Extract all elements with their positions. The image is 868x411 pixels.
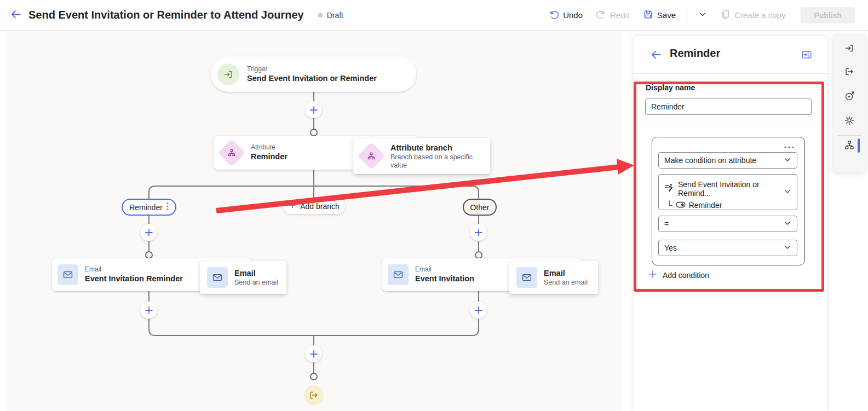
node-title: Reminder (251, 152, 288, 162)
add-node-button[interactable] (140, 224, 157, 241)
chevron-down-icon (783, 155, 792, 166)
condition-value: Yes (664, 244, 677, 252)
back-button[interactable] (7, 6, 25, 25)
tooltip-subtitle: Branch based on a specific value (390, 153, 490, 170)
save-icon (643, 9, 653, 21)
top-bar: Send Event Invitation or Reminder to Att… (0, 0, 868, 31)
status-label: Draft (327, 11, 343, 20)
trigger-node[interactable]: Trigger Send Event Invitation or Reminde… (211, 56, 416, 92)
panel-title: Reminder (670, 47, 720, 60)
sitemap-icon (844, 140, 855, 152)
more-options-button[interactable] (780, 142, 798, 150)
kebab-menu-icon[interactable] (166, 202, 169, 212)
attribute-diamond-icon (218, 139, 245, 166)
panel-header: Reminder (634, 36, 827, 74)
open-side-pane-button[interactable] (797, 49, 812, 62)
node-title: Event Invitation (415, 274, 474, 284)
journey-canvas[interactable]: Trigger Send Event Invitation or Reminde… (7, 32, 622, 411)
side-toolbar (833, 34, 866, 172)
add-node-button[interactable] (470, 302, 487, 319)
settings-tab-button[interactable] (844, 115, 855, 126)
add-node-button[interactable] (305, 345, 322, 362)
node-kind-label: Email (85, 265, 183, 274)
add-condition-button[interactable]: Add condition (645, 269, 712, 281)
publish-button[interactable]: Publish (801, 7, 855, 24)
tooltip-title: Email (234, 268, 278, 279)
chevron-down-icon (783, 187, 792, 198)
open-pane-icon (801, 49, 813, 62)
boolean-toggle-icon (676, 201, 686, 210)
goal-tab-button[interactable] (844, 91, 855, 102)
exit-tab-button[interactable] (844, 66, 855, 77)
properties-panel: Reminder Display name Make condition on … (634, 36, 827, 411)
panel-divider (634, 125, 827, 125)
back-arrow-icon (10, 8, 22, 22)
add-condition-label: Add condition (663, 271, 709, 280)
node-kind-label: Email (415, 265, 474, 274)
ellipsis-icon (784, 142, 795, 150)
save-button[interactable]: Save (639, 6, 680, 25)
condition-operator-dropdown[interactable]: = (658, 216, 797, 232)
chevron-down-icon (783, 243, 792, 253)
redo-button[interactable]: Redo (591, 6, 634, 25)
tooltip-title: Attribute branch (390, 143, 490, 153)
plus-icon (289, 201, 296, 211)
condition-value-dropdown[interactable]: Yes (658, 240, 797, 256)
create-copy-button[interactable]: Create a copy (716, 6, 790, 25)
node-title: Send Event Invitation or Reminder (247, 73, 377, 84)
node-kind-label: Trigger (247, 65, 377, 73)
tooltip-subtitle: Send an email (234, 279, 278, 287)
goal-target-icon (844, 91, 855, 103)
email-icon (516, 267, 537, 288)
journey-exit-icon[interactable] (304, 385, 324, 405)
gear-icon (844, 115, 855, 128)
add-node-button[interactable] (470, 224, 487, 241)
condition-type-dropdown[interactable]: Make condition on attribute (658, 152, 797, 169)
condition-attribute-dropdown[interactable]: Send Event Invitation or Remind... └ Rem… (658, 174, 797, 210)
save-split-chevron-button[interactable] (694, 7, 711, 24)
add-node-button[interactable] (305, 101, 322, 118)
display-name-input[interactable] (645, 99, 812, 115)
branch-label: Other (470, 203, 489, 212)
email-icon (388, 264, 409, 285)
tooltip-title: Email (544, 268, 588, 279)
condition-type-value: Make condition on attribute (664, 156, 756, 165)
condition-operator-value: = (664, 219, 669, 228)
display-name-label: Display name (646, 83, 695, 92)
branch-pill-other[interactable]: Other (463, 199, 497, 216)
toolbar-actions: Undo Redo Save Create a copy Publish (544, 0, 855, 30)
email-icon (58, 264, 78, 285)
branch-label: Reminder (129, 203, 163, 212)
attribute-tooltip: Attribute branch Branch based on a speci… (353, 138, 490, 174)
node-title: Event Invitation Reminder (85, 274, 183, 284)
email-tooltip: Email Send an email (509, 261, 598, 294)
toolbar-divider (687, 7, 687, 24)
flow-tab-button[interactable] (844, 140, 855, 150)
redo-icon (596, 9, 606, 21)
undo-button[interactable]: Undo (544, 6, 587, 25)
rail-divider (837, 135, 861, 136)
selected-tab-indicator (858, 138, 860, 153)
branch-pill-reminder[interactable]: Reminder (122, 199, 176, 216)
email-icon (207, 267, 228, 288)
trigger-enter-icon (217, 63, 239, 85)
chevron-down-icon (698, 10, 707, 20)
chevron-down-icon (783, 219, 792, 229)
status-badge: Draft (318, 11, 343, 20)
node-kind-label: Attribute (251, 143, 288, 152)
add-branch-button[interactable]: Add branch (283, 198, 345, 214)
status-dot-icon (318, 13, 323, 18)
condition-attribute-value: Send Event Invitation or Remind... (678, 180, 781, 198)
add-node-button[interactable] (140, 302, 157, 319)
add-branch-label: Add branch (300, 202, 340, 211)
trigger-attribute-icon (664, 183, 674, 194)
exit-icon (844, 66, 855, 79)
condition-group: Make condition on attribute Send Event I… (652, 137, 805, 265)
journey-editor: Send Event Invitation or Reminder to Att… (0, 0, 868, 411)
email-tooltip: Email Send an email (200, 261, 286, 294)
entry-tab-button[interactable] (844, 43, 855, 54)
panel-back-button[interactable] (647, 47, 663, 63)
tooltip-subtitle: Send an email (544, 279, 588, 287)
back-arrow-icon (650, 49, 662, 62)
page-title: Send Event Invitation or Reminder to Att… (28, 9, 304, 21)
